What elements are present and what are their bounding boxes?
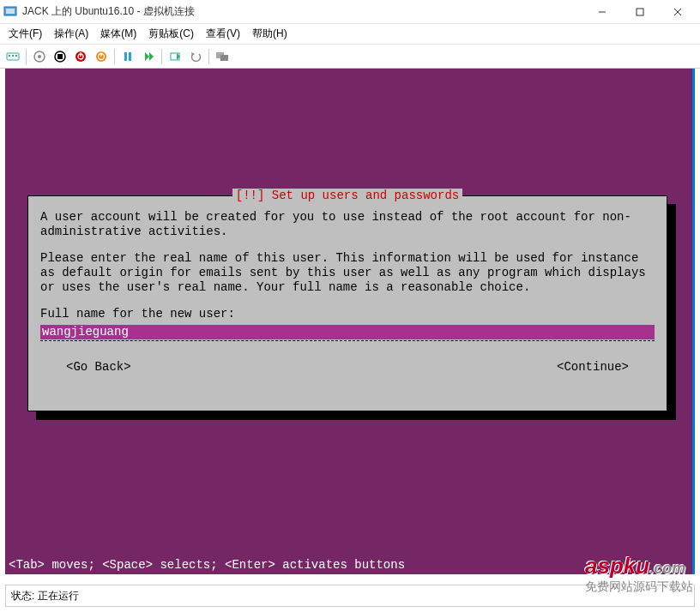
menu-clipboard[interactable]: 剪贴板(C) — [143, 25, 199, 43]
vm-display[interactable]: [!!] Set up users and passwords A user a… — [5, 69, 695, 574]
reset-button[interactable] — [139, 47, 158, 66]
svg-rect-28 — [220, 55, 228, 61]
menu-action[interactable]: 操作(A) — [49, 25, 94, 43]
dialog-title: [!!] Set up users and passwords — [232, 189, 462, 203]
svg-rect-7 — [9, 55, 10, 57]
svg-marker-22 — [145, 52, 149, 61]
toolbar-separator — [208, 49, 209, 64]
dialog-prompt: Full name for the new user: — [40, 307, 655, 321]
input-fill — [130, 325, 655, 339]
dialog-paragraph-2: Please enter the real name of this user.… — [40, 251, 655, 295]
titlebar: JACK 上的 Ubuntu16.10 - 虚拟机连接 — [0, 0, 700, 24]
svg-rect-9 — [15, 55, 17, 57]
pause-button[interactable] — [118, 47, 137, 66]
maximize-button[interactable] — [621, 1, 659, 23]
close-button[interactable] — [659, 1, 697, 23]
app-icon — [3, 5, 17, 19]
svg-rect-20 — [124, 52, 127, 61]
shutdown-button[interactable] — [71, 47, 90, 66]
toolbar — [0, 45, 700, 69]
dialog-paragraph-1: A user account will be created for you t… — [40, 210, 655, 239]
svg-marker-23 — [149, 52, 154, 61]
installer-dialog: [!!] Set up users and passwords A user a… — [27, 195, 667, 411]
window-title: JACK 上的 Ubuntu16.10 - 虚拟机连接 — [22, 4, 583, 19]
toolbar-separator — [114, 49, 115, 64]
input-underline — [40, 340, 655, 341]
status-value: 正在运行 — [38, 589, 79, 603]
save-button[interactable] — [92, 47, 111, 66]
continue-button[interactable]: <Continue> — [557, 360, 629, 375]
menu-file[interactable]: 文件(F) — [3, 25, 47, 43]
menu-help[interactable]: 帮助(H) — [247, 25, 293, 43]
fullname-value: wangjieguang — [40, 325, 130, 339]
revert-button[interactable] — [186, 47, 205, 66]
start-button[interactable] — [30, 47, 49, 66]
svg-rect-3 — [637, 9, 643, 15]
help-line: <Tab> moves; <Space> selects; <Enter> ac… — [5, 556, 408, 574]
minimize-button[interactable] — [583, 1, 621, 23]
menu-view[interactable]: 查看(V) — [201, 25, 245, 43]
window-controls — [583, 1, 697, 23]
toolbar-separator — [161, 49, 162, 64]
checkpoint-button[interactable] — [166, 47, 184, 66]
status-label: 状态: — [11, 589, 34, 603]
svg-rect-8 — [12, 55, 14, 57]
go-back-button[interactable]: <Go Back> — [66, 360, 131, 375]
svg-rect-13 — [57, 54, 63, 59]
ctrl-alt-del-button[interactable] — [3, 47, 22, 66]
svg-point-11 — [38, 55, 41, 58]
installer-screen: [!!] Set up users and passwords A user a… — [5, 69, 695, 574]
toolbar-separator — [26, 49, 27, 64]
svg-rect-1 — [6, 9, 15, 14]
svg-rect-21 — [129, 52, 131, 61]
statusbar: 状态: 正在运行 — [5, 585, 695, 607]
enhanced-session-button[interactable] — [213, 47, 232, 66]
fullname-input[interactable]: wangjieguang — [40, 325, 655, 339]
menu-media[interactable]: 媒体(M) — [95, 25, 142, 43]
turnoff-button[interactable] — [51, 47, 69, 66]
menubar: 文件(F) 操作(A) 媒体(M) 剪贴板(C) 查看(V) 帮助(H) — [0, 24, 700, 45]
